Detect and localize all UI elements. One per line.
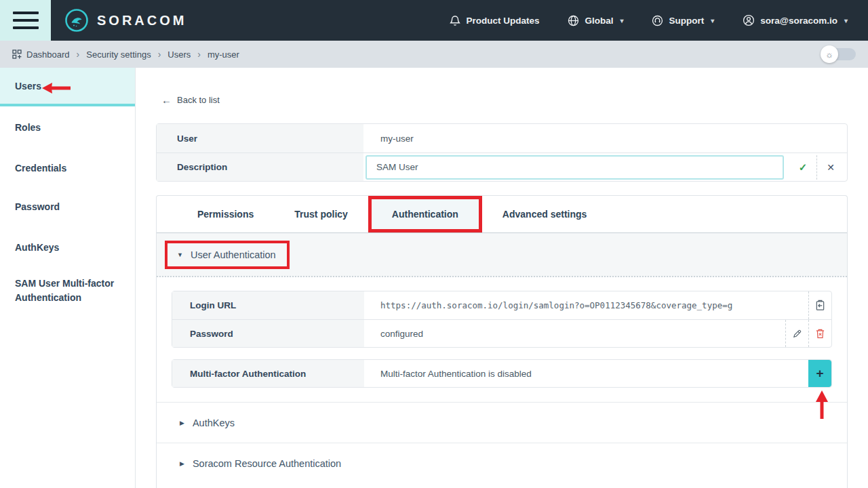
chevron-down-icon: ▾	[711, 17, 714, 24]
account-menu[interactable]: sora@soracom.io ▾	[743, 14, 848, 26]
authkeys-section-header: ▶ AuthKeys	[157, 402, 847, 443]
user-info-table: User my-user Description ✓ ✕	[156, 123, 848, 182]
breadcrumb-label: Users	[167, 49, 191, 60]
section-title: AuthKeys	[193, 418, 235, 428]
hamburger-icon	[13, 26, 39, 29]
login-credentials-table: Login URL https://auth.soracom.io/login/…	[172, 291, 832, 348]
tab-label: Authentication	[392, 209, 458, 220]
hamburger-icon	[13, 12, 39, 14]
user-avatar-icon	[743, 14, 755, 26]
brand-name: SORACOM	[97, 13, 186, 28]
tab-advanced-settings[interactable]: Advanced settings	[482, 196, 607, 232]
breadcrumb-label: my-user	[208, 49, 239, 60]
breadcrumb-my-user: my-user	[208, 49, 239, 60]
tab-label: Advanced settings	[502, 209, 587, 220]
coverage-selector[interactable]: Global ▾	[568, 15, 623, 26]
sidebar-item-sam-mfa[interactable]: SAM User Multi-factor Authentication	[0, 277, 119, 305]
enable-mfa-button[interactable]: +	[808, 360, 831, 387]
sidebar-item-label: SAM User Multi-factor Authentication	[15, 278, 114, 303]
plus-icon: +	[816, 366, 823, 381]
breadcrumb-security-settings[interactable]: Security settings	[86, 49, 151, 60]
breadcrumb-separator: ›	[77, 49, 80, 60]
breadcrumb-label: Dashboard	[26, 49, 70, 60]
description-input[interactable]	[366, 155, 784, 180]
section-title: User Authentication	[191, 249, 276, 260]
sidebar-item-label: AuthKeys	[15, 242, 59, 253]
mfa-table: Multi-factor Authentication Multi-factor…	[172, 359, 832, 388]
hamburger-icon	[13, 19, 39, 22]
sidebar-item-label: Roles	[15, 122, 41, 133]
breadcrumb-label: Security settings	[86, 49, 151, 60]
globe-icon	[568, 15, 579, 26]
navbar-right: Product Updates Global ▾	[450, 14, 868, 26]
tab-permissions[interactable]: Permissions	[177, 196, 274, 232]
sun-icon: ☼	[821, 45, 838, 63]
tab-label: Trust policy	[294, 209, 348, 220]
chevron-down-icon: ▾	[844, 17, 848, 24]
sidebar-item-authkeys[interactable]: AuthKeys	[0, 242, 135, 253]
copy-login-url-button[interactable]	[808, 291, 831, 319]
back-to-list-label: Back to list	[177, 95, 220, 105]
password-label: Password	[172, 320, 364, 347]
tab-trust-policy[interactable]: Trust policy	[274, 196, 368, 232]
sidebar-item-label: Credentials	[15, 163, 66, 174]
edit-password-button[interactable]	[785, 320, 808, 347]
user-authentication-collapse-toggle[interactable]: ▼ User Authentication	[165, 241, 290, 269]
tab-authentication[interactable]: Authentication	[368, 196, 482, 232]
mfa-label: Multi-factor Authentication	[172, 360, 364, 387]
confirm-description-button[interactable]: ✓	[791, 155, 815, 180]
user-label: User	[157, 124, 363, 152]
sidebar: Users Roles Credentials Password AuthKey…	[0, 68, 136, 488]
table-row: Login URL https://auth.soracom.io/login/…	[172, 291, 831, 319]
product-updates-label: Product Updates	[466, 16, 539, 26]
theme-toggle[interactable]: ☼	[823, 48, 856, 60]
description-edit-cell: ✓ ✕	[363, 153, 847, 181]
trash-icon	[815, 328, 825, 339]
collapse-open-icon: ▼	[177, 251, 183, 258]
sidebar-item-users[interactable]: Users	[0, 68, 135, 106]
table-row: User my-user	[157, 124, 847, 152]
pencil-icon	[792, 329, 802, 339]
table-row: Password configured	[172, 319, 831, 347]
back-to-list-link[interactable]: ← Back to list	[161, 94, 220, 106]
soracom-logo[interactable]: SORACOM	[64, 8, 186, 33]
soracom-console-page: SORACOM Product Updates	[0, 0, 868, 488]
breadcrumb-users[interactable]: Users	[167, 49, 191, 60]
delete-password-button[interactable]	[808, 320, 831, 347]
user-authentication-content: Login URL https://auth.soracom.io/login/…	[157, 277, 847, 388]
tab-label: Permissions	[197, 209, 254, 220]
description-label: Description	[157, 153, 363, 181]
authkeys-collapse-toggle[interactable]: ▶ AuthKeys	[180, 418, 235, 428]
breadcrumb-dashboard[interactable]: Dashboard	[12, 49, 70, 60]
support-icon	[652, 15, 663, 26]
sidebar-item-label: Users	[15, 81, 41, 92]
password-value: configured	[364, 320, 785, 347]
back-arrow-icon: ←	[161, 94, 172, 106]
support-menu[interactable]: Support ▾	[652, 15, 714, 26]
copy-icon	[815, 300, 825, 311]
sidebar-item-roles[interactable]: Roles	[0, 122, 135, 133]
sidebar-item-credentials[interactable]: Credentials	[0, 163, 135, 174]
soracom-resource-auth-collapse-toggle[interactable]: ▶ Soracom Resource Authentication	[180, 458, 341, 469]
login-url-value: https://auth.soracom.io/login/samlogin?o…	[380, 300, 732, 310]
account-email: sora@soracom.io	[760, 16, 837, 26]
dashboard-grid-icon	[12, 49, 22, 59]
product-updates-button[interactable]: Product Updates	[450, 15, 539, 26]
hamburger-menu-button[interactable]	[0, 0, 51, 41]
check-icon: ✓	[799, 161, 808, 174]
divider	[816, 155, 817, 180]
tab-bar: Permissions Trust policy Authentication …	[157, 196, 847, 233]
close-icon: ✕	[827, 162, 835, 173]
sidebar-item-password[interactable]: Password	[0, 201, 135, 212]
sidebar-item-label: Password	[15, 201, 60, 212]
breadcrumb: Dashboard › Security settings › Users › …	[0, 41, 868, 68]
breadcrumb-separator: ›	[158, 49, 161, 60]
login-url-label: Login URL	[172, 291, 364, 319]
soracom-logo-icon	[64, 8, 89, 33]
collapse-closed-icon: ▶	[180, 420, 184, 426]
mfa-status-value: Multi-factor Authentication is disabled	[364, 360, 808, 387]
user-authentication-section-header: ▼ User Authentication	[157, 233, 847, 277]
cancel-description-button[interactable]: ✕	[818, 155, 843, 180]
section-title: Soracom Resource Authentication	[193, 458, 341, 469]
coverage-label: Global	[585, 16, 613, 26]
